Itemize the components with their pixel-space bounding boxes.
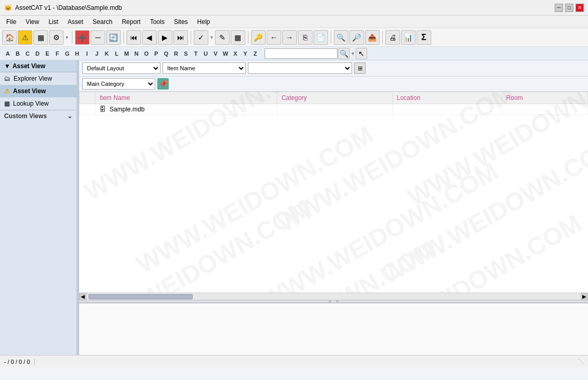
col-location[interactable]: Location [392,92,502,104]
settings-button[interactable]: ⚙ [49,30,64,45]
doc-button[interactable]: 📄 [314,30,328,45]
alpha-r[interactable]: R [171,49,181,58]
print-button[interactable]: 🖨 [385,30,400,45]
prev-button[interactable]: ◀ [142,30,157,45]
forward-button[interactable]: → [282,30,297,45]
toolbar-separator-6 [382,31,383,44]
alpha-bar: A B C D E F G H I J K L M N O P Q R S T … [0,47,588,60]
watermark-text-8: WWW.WEIDOWN.COM [377,131,588,289]
menu-tools[interactable]: Tools [146,17,169,27]
find-button[interactable]: 🔎 [349,30,364,45]
alpha-d[interactable]: D [33,49,42,58]
menu-list[interactable]: List [44,17,62,27]
alpha-pointer-button[interactable]: ↖ [356,48,367,59]
menu-view[interactable]: View [21,17,43,27]
alpha-m[interactable]: M [122,49,131,58]
alpha-e[interactable]: E [43,49,52,58]
explorer-label: Explorer View [14,75,52,82]
add-button[interactable]: ➕ [75,30,90,45]
alpha-y[interactable]: Y [241,49,250,58]
remove-button[interactable]: ─ [91,30,105,45]
title-bar-controls: ─ □ ✕ [555,4,584,12]
status-resize-grip: ⋱ [578,358,584,365]
grid-button[interactable]: ▦ [33,30,48,45]
minimize-button[interactable]: ─ [555,4,563,12]
alpha-t[interactable]: T [191,49,201,58]
alpha-v[interactable]: V [211,49,220,58]
hscroll-left-button[interactable]: ◀ [79,293,86,300]
export-button[interactable]: 📤 [365,30,380,45]
close-button[interactable]: ✕ [576,4,584,12]
menu-report[interactable]: Report [118,17,145,27]
alpha-p[interactable]: P [152,49,161,58]
search-button[interactable]: 🔍 [334,30,348,45]
left-panel: ▼ Asset View 🗂 Explorer View ⚠ Asset Vie… [0,60,77,355]
home-button[interactable]: 🏠 [2,30,17,45]
alpha-n[interactable]: N [132,49,141,58]
alpha-u[interactable]: U [201,49,210,58]
refresh-button[interactable]: 🔄 [106,30,121,45]
alpha-b[interactable]: B [13,49,22,58]
alpha-z[interactable]: Z [251,49,260,58]
category-select[interactable]: Main Category [82,78,155,90]
back-button[interactable]: ← [267,30,281,45]
status-bar: - / 0 / 0 / 0 ⋱ [0,355,588,368]
filter-value-select[interactable] [248,62,352,74]
alpha-a[interactable]: A [3,49,12,58]
alpha-search-button[interactable]: 🔍 [338,48,349,59]
alpha-search-input[interactable] [265,48,337,59]
toolbar-separator-5 [331,31,331,44]
col-room[interactable]: Room [502,92,587,104]
col-item-name[interactable]: Item Name [95,92,277,104]
key-button[interactable]: 🔑 [251,30,266,45]
alpha-x[interactable]: X [231,49,240,58]
hscroll-thumb[interactable] [89,294,193,299]
sidebar-item-lookup[interactable]: ▦ Lookup View [0,97,77,110]
alpha-i[interactable]: I [82,49,92,58]
maximize-button[interactable]: □ [565,4,573,12]
copy-button[interactable]: ⎘ [298,30,312,45]
edit-button[interactable]: ✎ [215,30,230,45]
lookup-icon: ▦ [4,100,10,107]
right-panel: Default Layout Item Name ⊞ Main Category… [79,60,588,355]
alpha-c[interactable]: C [23,49,32,58]
alpha-f[interactable]: F [53,49,62,58]
menu-search[interactable]: Search [89,17,117,27]
chart-button[interactable]: 📊 [401,30,416,45]
sidebar-item-asset[interactable]: ⚠ Asset View [0,85,77,97]
col-category[interactable]: Category [277,92,392,104]
menu-help[interactable]: Help [193,17,215,27]
menu-asset[interactable]: Asset [64,17,87,27]
table-button[interactable]: ▦ [231,30,245,45]
layout-select[interactable]: Default Layout [82,62,160,74]
warning-button[interactable]: ⚠ [18,30,32,45]
table-container[interactable]: WWW.WEIDOWN.COM WWW.WEIDOWN.COM WWW.WEID… [79,92,588,293]
alpha-q[interactable]: Q [161,49,171,58]
alpha-l[interactable]: L [112,49,121,58]
hscroll-right-button[interactable]: ▶ [581,293,588,300]
row-room-cell [502,104,587,115]
alpha-w[interactable]: W [221,49,230,58]
last-button[interactable]: ⏭ [173,30,188,45]
first-button[interactable]: ⏮ [127,30,141,45]
custom-views-section[interactable]: Custom Views ⌄ [0,110,77,122]
check-button[interactable]: ✓ [194,30,208,45]
col-check [80,92,95,104]
alpha-h[interactable]: H [72,49,82,58]
toolbar-separator-2 [123,31,124,44]
menu-sites[interactable]: Sites [170,17,192,27]
pin-button[interactable]: 📌 [157,78,169,90]
alpha-j[interactable]: J [92,49,102,58]
sidebar-item-explorer[interactable]: 🗂 Explorer View [0,72,77,85]
table-row[interactable]: 🗄 Sample.mdb [80,104,588,115]
menu-file[interactable]: File [2,17,20,27]
filter-icon-button[interactable]: ⊞ [354,62,366,74]
alpha-g[interactable]: G [62,49,72,58]
next-button[interactable]: ▶ [158,30,172,45]
alpha-s[interactable]: S [181,49,191,58]
alpha-k[interactable]: K [102,49,111,58]
sort-select[interactable]: Item Name [162,62,246,74]
status-text: - / 0 / 0 / 0 [4,359,35,365]
sum-button[interactable]: Σ [417,30,431,45]
alpha-o[interactable]: O [142,49,151,58]
